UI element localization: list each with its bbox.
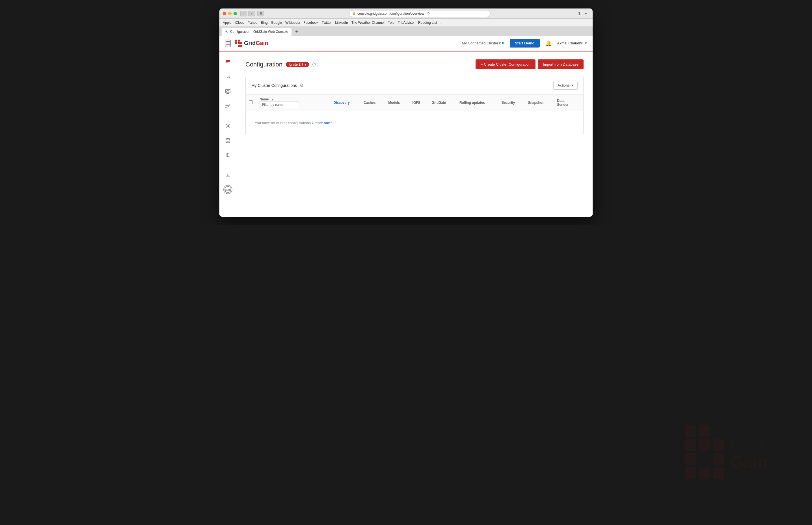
table-body: You have no cluster configurations.Creat… bbox=[246, 111, 583, 135]
bookmark-reading-list[interactable]: Reading List bbox=[418, 21, 437, 25]
svg-point-18 bbox=[226, 139, 230, 140]
svg-rect-0 bbox=[226, 60, 230, 61]
bookmark-twitter[interactable]: Twitter bbox=[322, 21, 332, 25]
bookmark-tripadvisor[interactable]: TripAdvisor bbox=[398, 21, 415, 25]
bookmark-linkedin[interactable]: LinkedIn bbox=[335, 21, 348, 25]
settings-icon bbox=[225, 123, 231, 129]
new-tab-button[interactable]: + bbox=[582, 11, 589, 16]
sidebar-item-clusters[interactable] bbox=[222, 100, 234, 112]
th-gridgain: GridGain bbox=[428, 94, 456, 111]
logo-icon bbox=[235, 40, 242, 47]
empty-state-cell: You have no cluster configurations.Creat… bbox=[246, 111, 583, 135]
actions-button[interactable]: Actions ▾ bbox=[553, 81, 578, 90]
import-from-database-button[interactable]: Import from Database bbox=[538, 59, 584, 69]
name-filter-input[interactable] bbox=[260, 101, 299, 108]
share-button[interactable]: ⬆ bbox=[576, 11, 582, 16]
back-button[interactable]: ‹ bbox=[240, 11, 247, 16]
bookmark-facebook[interactable]: Facebook bbox=[303, 21, 318, 25]
svg-rect-6 bbox=[227, 93, 229, 93]
ignite-badge-chevron: ▾ bbox=[305, 62, 306, 66]
bookmark-weather[interactable]: The Weather Channel bbox=[351, 21, 384, 25]
th-snapshot: Snapshot bbox=[524, 94, 554, 111]
discovery-column-link[interactable]: Discovery bbox=[334, 101, 350, 105]
svg-text:SQL: SQL bbox=[227, 76, 230, 79]
sidebar-item-sql[interactable]: SQL bbox=[222, 71, 234, 83]
sidebar-item-download[interactable] bbox=[222, 169, 234, 181]
svg-point-8 bbox=[227, 105, 229, 107]
sidebar-toggle-button[interactable]: ⊞ bbox=[257, 11, 264, 16]
config-card: My Cluster Configurations ⚙ Actions ▾ bbox=[245, 76, 584, 135]
config-card-title-area: My Cluster Configurations ⚙ bbox=[251, 82, 304, 88]
active-tab[interactable]: 🔧 Configuration - GridGain Web Console bbox=[222, 28, 291, 36]
svg-point-11 bbox=[226, 107, 227, 108]
queries-icon bbox=[225, 152, 231, 158]
logo-text-grid: Grid bbox=[244, 40, 256, 46]
minimize-button[interactable] bbox=[228, 12, 232, 15]
sidebar-item-monitoring[interactable] bbox=[222, 86, 234, 98]
ignite-logo-badge: IGNITE bbox=[223, 185, 232, 194]
user-menu[interactable]: Akmal Chaudhri ▾ bbox=[557, 41, 587, 45]
close-button[interactable] bbox=[223, 12, 226, 15]
svg-rect-1 bbox=[226, 61, 230, 62]
ignite-version-badge[interactable]: Ignite 2.7 ▾ bbox=[286, 62, 309, 67]
forward-button[interactable]: › bbox=[248, 11, 255, 16]
page-header: Configuration Ignite 2.7 ▾ ? + Create Cl… bbox=[245, 59, 584, 69]
sidebar-item-configuration[interactable] bbox=[222, 56, 234, 69]
nav-buttons: ‹ › bbox=[240, 11, 255, 16]
address-bar[interactable]: 🔒 console.gridgain.com/configuration/ove… bbox=[349, 10, 491, 17]
create-cluster-config-button[interactable]: + Create Cluster Configuration bbox=[476, 59, 536, 69]
actions-chevron-icon: ▾ bbox=[571, 83, 573, 87]
configuration-icon bbox=[225, 59, 231, 65]
bookmark-icloud[interactable]: iCloud bbox=[235, 21, 245, 25]
header-right: My Connected Clusters: 0 Start Demo 🔔 Ak… bbox=[462, 39, 587, 47]
sidebar: SQL bbox=[219, 51, 236, 217]
hamburger-button[interactable]: ☰ bbox=[225, 40, 231, 47]
svg-point-12 bbox=[229, 107, 230, 108]
empty-message: You have no cluster configurations. bbox=[255, 121, 312, 125]
sidebar-item-database[interactable] bbox=[222, 134, 234, 147]
sql-icon: SQL bbox=[225, 74, 231, 80]
svg-text:IGNITE: IGNITE bbox=[225, 189, 231, 191]
actions-label: Actions bbox=[557, 83, 570, 87]
clusters-icon bbox=[225, 104, 231, 109]
help-icon[interactable]: ? bbox=[312, 62, 318, 67]
page-title: Configuration bbox=[245, 61, 282, 68]
reload-button[interactable]: ↻ bbox=[426, 11, 431, 16]
sidebar-item-queries[interactable] bbox=[222, 149, 234, 162]
th-discovery: Discovery bbox=[330, 94, 360, 111]
bookmark-bing[interactable]: Bing bbox=[261, 21, 268, 25]
select-all-checkbox[interactable] bbox=[249, 101, 253, 104]
sidebar-item-settings[interactable] bbox=[222, 120, 234, 132]
th-models: Models bbox=[385, 94, 409, 111]
app-container: ☰ GridGain My Connected C bbox=[219, 36, 593, 217]
bookmark-yahoo[interactable]: Yahoo bbox=[248, 21, 258, 25]
table-header-row: Name ▲ Discovery Caches bbox=[246, 94, 583, 111]
bookmark-yelp[interactable]: Yelp bbox=[388, 21, 394, 25]
bookmarks-bar: Apple iCloud Yahoo Bing Google Wikipedia… bbox=[219, 19, 593, 27]
sidebar-item-ignite[interactable]: IGNITE bbox=[222, 183, 234, 196]
page-title-area: Configuration Ignite 2.7 ▾ ? bbox=[245, 61, 318, 68]
url-text: console.gridgain.com/configuration/overv… bbox=[357, 12, 424, 16]
main-area: SQL bbox=[219, 51, 593, 217]
tab-title: Configuration - GridGain Web Console bbox=[230, 30, 288, 34]
new-tab-button[interactable]: + bbox=[293, 28, 301, 36]
bookmark-wikipedia[interactable]: Wikipedia bbox=[285, 21, 300, 25]
mac-window: ‹ › ⊞ 🔒 console.gridgain.com/configurati… bbox=[219, 9, 593, 217]
bookmark-google[interactable]: Google bbox=[271, 21, 282, 25]
th-name[interactable]: Name ▲ bbox=[256, 94, 330, 111]
database-icon bbox=[225, 138, 231, 144]
config-settings-icon[interactable]: ⚙ bbox=[300, 82, 304, 88]
create-one-link[interactable]: Create one? bbox=[312, 121, 332, 125]
logo: GridGain bbox=[235, 40, 268, 47]
th-data-sender-label: DataSender bbox=[557, 99, 569, 107]
start-demo-button[interactable]: Start Demo bbox=[510, 39, 539, 47]
fullscreen-button[interactable] bbox=[233, 12, 237, 15]
bookmark-apple[interactable]: Apple bbox=[223, 21, 232, 25]
bell-icon[interactable]: 🔔 bbox=[546, 40, 552, 46]
header-actions: + Create Cluster Configuration Import fr… bbox=[476, 59, 584, 69]
th-rolling-updates: Rolling updates bbox=[456, 94, 498, 111]
logo-text-gain: Gain bbox=[256, 40, 268, 46]
title-bar: ‹ › ⊞ 🔒 console.gridgain.com/configurati… bbox=[219, 9, 593, 19]
tab-bar: 🔧 Configuration - GridGain Web Console + bbox=[219, 27, 593, 36]
tab-favicon: 🔧 bbox=[225, 30, 228, 33]
